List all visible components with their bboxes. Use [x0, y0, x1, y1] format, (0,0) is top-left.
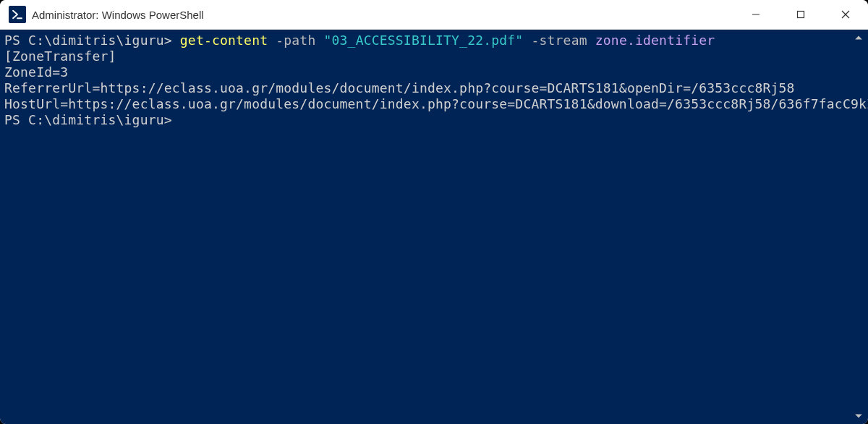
window-title: Administrator: Windows PowerShell [32, 9, 204, 21]
title-bar[interactable]: Administrator: Windows PowerShell [0, 0, 868, 30]
param-stream-flag: -stream [523, 33, 595, 48]
minimize-button[interactable] [733, 0, 778, 29]
scroll-up-icon[interactable] [852, 31, 865, 44]
window-controls [733, 0, 868, 29]
param-path-value: "03_ACCESSIBILITY_22.pdf" [323, 33, 523, 48]
scroll-down-icon[interactable] [852, 410, 865, 423]
powershell-window: Administrator: Windows PowerShell PS C:\… [0, 0, 868, 424]
maximize-button[interactable] [778, 0, 823, 29]
close-button[interactable] [823, 0, 868, 29]
terminal-area[interactable]: PS C:\dimitris\iguru> get-content -path … [0, 30, 868, 424]
prompt-line-2: PS C:\dimitris\iguru> [4, 112, 172, 127]
output-line-1: [ZoneTransfer] [4, 48, 116, 64]
output-line-4: HostUrl=https://eclass.uoa.gr/modules/do… [4, 96, 868, 111]
command-name: get-content [180, 33, 268, 48]
svg-rect-2 [798, 12, 804, 18]
prompt-line-1: PS C:\dimitris\iguru> [4, 33, 180, 48]
terminal-content: PS C:\dimitris\iguru> get-content -path … [0, 30, 868, 131]
param-stream-value: zone.identifier [595, 33, 715, 48]
output-line-2: ZoneId=3 [4, 64, 68, 80]
powershell-icon [9, 6, 26, 23]
output-line-3: ReferrerUrl=https://eclass.uoa.gr/module… [4, 80, 795, 96]
param-path-flag: -path [268, 33, 323, 48]
